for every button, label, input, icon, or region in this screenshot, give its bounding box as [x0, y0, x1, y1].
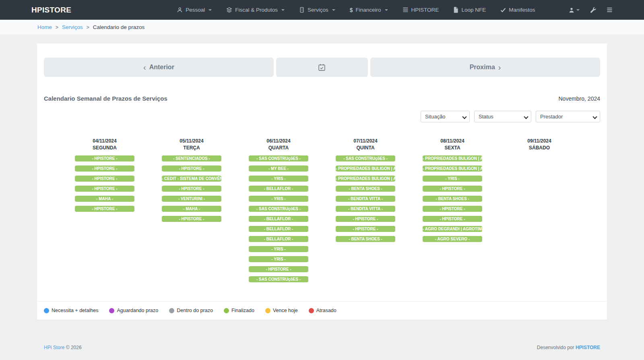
previous-week-button[interactable]: ‹ Anterior	[44, 58, 274, 77]
service-badge[interactable]: - PROPRIEDADES BULIGON | AG	[423, 166, 482, 172]
breadcrumb-servicos-link[interactable]: Serviços	[62, 24, 83, 30]
service-badge[interactable]: - SAS CONSTRUçõES -	[336, 155, 395, 161]
legend-item: Finalizado	[224, 308, 254, 313]
breadcrumb-home-link[interactable]: Home	[37, 24, 52, 30]
service-badge[interactable]: - BELLAFLOR -	[249, 186, 308, 192]
service-badge[interactable]: - PROPRIEDADES BULIGON | AG	[336, 166, 395, 172]
nav-label: Fiscal & Produtos	[235, 7, 278, 13]
service-badge[interactable]: - HPISTORE -	[423, 206, 482, 212]
previous-week-label: Anterior	[149, 64, 174, 71]
service-badge[interactable]: - HPISTORE -	[336, 226, 395, 232]
chevron-right-icon: >	[56, 25, 58, 30]
service-badge[interactable]: - HPISTORE -	[423, 186, 482, 192]
nav-label: Loop NFE	[461, 7, 486, 13]
caret-down-icon	[385, 9, 388, 11]
service-badge[interactable]: - HPISTORE -	[75, 155, 134, 161]
nav-item-loop-nfe[interactable]: Loop NFE	[453, 7, 486, 13]
service-badge[interactable]: - VENTURINI -	[162, 196, 221, 202]
service-badge[interactable]: - HPISTORE -	[162, 166, 221, 172]
service-badge[interactable]: - HPISTORE -	[249, 266, 308, 272]
day-weekday: SEXTA	[409, 145, 496, 151]
next-week-button[interactable]: Proxima ›	[370, 58, 600, 77]
nav-item-pessoal[interactable]: Pessoal	[177, 7, 212, 13]
service-badge[interactable]: - PROPRIEDADES BULIGON | AG	[336, 176, 395, 182]
service-badge[interactable]: - SAS CONSTRUçõES -	[249, 155, 308, 161]
next-week-label: Proxima	[470, 64, 495, 71]
nav-item-manifestos[interactable]: Manifestos	[500, 7, 535, 13]
service-badge[interactable]: - BENTA SHOES -	[336, 236, 395, 242]
nav-label: Pessoal	[186, 7, 205, 13]
service-badge[interactable]: - AGRO SEVERO -	[423, 236, 482, 242]
service-badge[interactable]: - YRIS -	[249, 256, 308, 262]
check-icon	[500, 8, 506, 12]
legend-dot-icon	[109, 308, 114, 313]
legend-label: Necessita + detalhes	[52, 308, 98, 313]
legend-item: Dentro do prazo	[169, 308, 213, 313]
breadcrumb: Home > Serviços > Calendario de prazos	[37, 24, 144, 30]
service-badge[interactable]: - MY BEE -	[249, 166, 308, 172]
status-select[interactable]: Status	[474, 111, 531, 122]
service-badge[interactable]: - PROPRIEDADES BULIGON | AG	[423, 155, 482, 161]
hamburger-menu-button[interactable]	[607, 7, 613, 12]
service-badge[interactable]: - HPISTORE -	[162, 186, 221, 192]
nav-item-servicos[interactable]: Serviços	[299, 7, 335, 13]
service-badge[interactable]: - MAHA -	[162, 206, 221, 212]
footer-left: HPi Store © 2026	[44, 345, 82, 350]
breadcrumb-current: Calendario de prazos	[93, 24, 144, 30]
legend-item: Vence hoje	[265, 308, 298, 313]
tools-button[interactable]	[590, 7, 596, 13]
service-badge[interactable]: - YRIS -	[249, 246, 308, 252]
top-navbar: HPISTORE Pessoal Fiscal & Produtos Servi…	[0, 0, 644, 20]
service-badge[interactable]: - BENTA SHOES -	[336, 186, 395, 192]
dollar-icon: $	[350, 7, 353, 13]
service-badge[interactable]: - HPISTORE -	[75, 206, 134, 212]
service-badge[interactable]: - SAS CONSTRUçõES -	[249, 206, 308, 212]
footer-developer-link[interactable]: HPISTORE	[576, 345, 600, 350]
user-icon	[569, 7, 574, 13]
footer-brand-link[interactable]: HPi Store	[44, 345, 64, 350]
service-badge[interactable]: - HPISTORE -	[75, 176, 134, 182]
menu-icon	[607, 7, 613, 12]
service-badge[interactable]: - SAS CONSTRUçõES -	[249, 276, 308, 282]
service-badge[interactable]: - HPISTORE -	[336, 216, 395, 222]
service-badge[interactable]: - YRIS -	[249, 196, 308, 202]
calendar-check-icon	[318, 64, 326, 71]
calendar-picker-button[interactable]	[276, 58, 368, 77]
caret-down-icon	[332, 9, 335, 11]
service-badge[interactable]: - BELLAFLOR -	[249, 216, 308, 222]
user-menu-button[interactable]	[569, 7, 580, 13]
calendar-card: ‹ Anterior Proxima › Calendario Semanal …	[37, 43, 607, 320]
service-badge[interactable]: - HPISTORE -	[75, 166, 134, 172]
service-badge[interactable]: - AGRO DEGRANDI | AGROTIMIN	[423, 226, 482, 232]
service-badge[interactable]: - HPISTORE -	[75, 186, 134, 192]
service-badge[interactable]: - BELLAFLOR -	[249, 236, 308, 242]
service-badge[interactable]: - HPISTORE -	[162, 216, 221, 222]
caret-down-icon	[281, 9, 285, 11]
service-badge[interactable]: - YRIS -	[423, 176, 482, 182]
legend-label: Aguardando prazo	[117, 308, 158, 313]
nav-item-financeiro[interactable]: $ Financeiro	[350, 7, 388, 13]
service-badge[interactable]: - HPISTORE -	[423, 216, 482, 222]
service-badge[interactable]: - YRIS -	[249, 176, 308, 182]
nav-item-hpistore[interactable]: HPISTORE	[402, 7, 439, 13]
service-badge[interactable]: - BELLAFLOR -	[249, 226, 308, 232]
nav-label: Serviços	[308, 7, 328, 13]
service-badge[interactable]: - SENTENCIADOS -	[162, 155, 221, 161]
footer-developed-by: Desenvolvido por	[537, 345, 574, 350]
service-badge[interactable]: - BENTA SHOES -	[423, 196, 482, 202]
service-badge[interactable]: - BENDITA VITTA -	[336, 196, 395, 202]
brand-logo[interactable]: HPISTORE	[31, 6, 71, 14]
legend-label: Atrasado	[316, 308, 336, 313]
breadcrumb-bar: Home > Serviços > Calendario de prazos	[0, 20, 644, 35]
service-badge[interactable]: - MAHA -	[75, 196, 134, 202]
service-badge[interactable]: - CEDIT - SISTEMA DE CONVÊNI	[162, 176, 221, 182]
footer-copyright: © 2026	[66, 345, 82, 350]
service-badge[interactable]: - BENDITA VITTA -	[336, 206, 395, 212]
day-date: 06/11/2024	[235, 138, 322, 145]
situacao-select[interactable]: Situação	[421, 111, 470, 122]
legend-item: Atrasado	[309, 308, 336, 313]
status-legend: Necessita + detalhesAguardando prazoDent…	[37, 301, 607, 320]
legend-label: Finalizado	[231, 308, 254, 313]
prestador-select[interactable]: Prestador	[536, 111, 600, 122]
nav-item-fiscal-produtos[interactable]: Fiscal & Produtos	[226, 7, 285, 13]
